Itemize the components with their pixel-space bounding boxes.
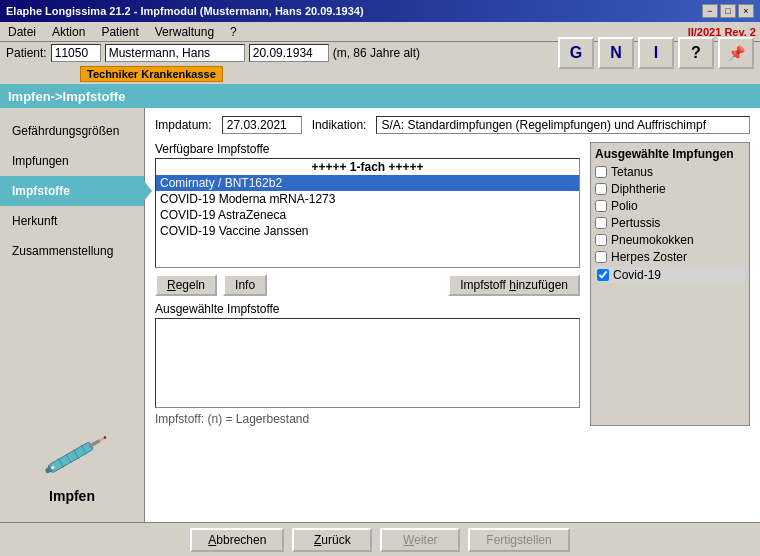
patient-bar: Patient: (m, 86 Jahre alt) G N I ? 📌: [0, 42, 760, 64]
checkbox-pneumokokken: Pneumokokken: [595, 233, 745, 247]
ausgewaehlte-impfungen-panel: Ausgewählte Impfungen Tetanus Diphtherie…: [590, 142, 750, 426]
bottom-bar: Abbrechen Zurück Weiter Fertigstellen: [0, 522, 760, 556]
impfen-label: Impfen: [49, 488, 95, 504]
sidebar-item-impfungen[interactable]: Impfungen: [0, 146, 144, 176]
covid-checkbox[interactable]: [597, 269, 609, 281]
sidebar-item-gefaehrdungsgroessen[interactable]: Gefährdungsgrößen: [0, 116, 144, 146]
regeln-button[interactable]: Regeln: [155, 274, 217, 296]
sidebar-item-zusammenstellung[interactable]: Zusammenstellung: [0, 236, 144, 266]
indikation-field[interactable]: [376, 116, 750, 134]
weiter-button[interactable]: Weiter: [380, 528, 460, 552]
sidebar-item-herkunft[interactable]: Herkunft: [0, 206, 144, 236]
checkbox-diphtherie: Diphtherie: [595, 182, 745, 196]
sidebar: Gefährdungsgrößen Impfungen Impfstoffe H…: [0, 108, 145, 522]
vaccines-section: Verfügbare Impfstoffe +++++ 1-fach +++++…: [155, 142, 750, 426]
syringe-icon: [37, 426, 107, 486]
menu-aktion[interactable]: Aktion: [48, 24, 89, 40]
verfuegbare-label: Verfügbare Impfstoffe: [155, 142, 580, 156]
section-header-label: Impfen->Impfstoffe: [8, 89, 125, 104]
patient-label: Patient:: [6, 46, 47, 60]
minimize-button[interactable]: −: [702, 4, 718, 18]
insurance-badge: Techniker Krankenkasse: [80, 66, 223, 82]
window-title: Elaphe Longissima 21.2 - Impfmodul (Must…: [6, 5, 364, 17]
maximize-button[interactable]: □: [720, 4, 736, 18]
version-label: II/2021 Rev. 2: [688, 26, 756, 38]
lager-info: Impfstoff: (n) = Lagerbestand: [155, 412, 580, 426]
section-header: Impfen->Impfstoffe: [0, 84, 760, 108]
patient-id-field[interactable]: [51, 44, 101, 62]
info-button[interactable]: Info: [223, 274, 267, 296]
menu-patient[interactable]: Patient: [97, 24, 142, 40]
impfdatum-row: Impdatum: Indikation:: [155, 116, 750, 134]
menu-datei[interactable]: Datei: [4, 24, 40, 40]
pin-button[interactable]: 📌: [718, 37, 754, 69]
patient-age: (m, 86 Jahre alt): [333, 46, 420, 60]
pertussis-checkbox[interactable]: [595, 217, 607, 229]
ausgewaehlte-impfungen-title: Ausgewählte Impfungen: [595, 147, 745, 161]
g-button[interactable]: G: [558, 37, 594, 69]
list-item-moderna[interactable]: COVID-19 Moderna mRNA-1273: [156, 191, 579, 207]
vaccine-list[interactable]: +++++ 1-fach +++++ Comirnaty / BNT162b2 …: [155, 158, 580, 268]
menu-verwaltung[interactable]: Verwaltung: [151, 24, 218, 40]
window-controls: − □ ×: [702, 4, 754, 18]
svg-line-8: [100, 438, 105, 441]
tetanus-checkbox[interactable]: [595, 166, 607, 178]
main-layout: Gefährdungsgrößen Impfungen Impfstoffe H…: [0, 108, 760, 522]
impfdatum-field[interactable]: [222, 116, 302, 134]
sidebar-item-impfstoffe[interactable]: Impfstoffe: [0, 176, 144, 206]
ausgewaehlte-label: Ausgewählte Impfstoffe: [155, 302, 580, 316]
zurueck-button[interactable]: Zurück: [292, 528, 372, 552]
checkbox-herpes: Herpes Zoster: [595, 250, 745, 264]
checkbox-pertussis: Pertussis: [595, 216, 745, 230]
title-bar: Elaphe Longissima 21.2 - Impfmodul (Must…: [0, 0, 760, 22]
patient-dob-field[interactable]: [249, 44, 329, 62]
add-vaccine-button[interactable]: Impfstoff hinzufügen: [448, 274, 580, 296]
diphtherie-checkbox[interactable]: [595, 183, 607, 195]
checkbox-polio: Polio: [595, 199, 745, 213]
i-button[interactable]: I: [638, 37, 674, 69]
pneumokokken-checkbox[interactable]: [595, 234, 607, 246]
selected-area: [155, 318, 580, 408]
menu-help[interactable]: ?: [226, 24, 241, 40]
abbrechen-button[interactable]: Abbrechen: [190, 528, 284, 552]
list-item-janssen[interactable]: COVID-19 Vaccine Janssen: [156, 223, 579, 239]
polio-checkbox[interactable]: [595, 200, 607, 212]
fertigstellen-button[interactable]: Fertigstellen: [468, 528, 569, 552]
close-button[interactable]: ×: [738, 4, 754, 18]
n-button[interactable]: N: [598, 37, 634, 69]
buttons-row: Regeln Info Impfstoff hinzufügen: [155, 274, 580, 296]
help-button[interactable]: ?: [678, 37, 714, 69]
list-item-comirnaty[interactable]: Comirnaty / BNT162b2: [156, 175, 579, 191]
menu-items: Datei Aktion Patient Verwaltung ?: [4, 24, 241, 40]
syringe-area: Impfen: [0, 416, 144, 514]
content-area: Impdatum: Indikation: Verfügbare Impfsto…: [145, 108, 760, 522]
list-item-astra[interactable]: COVID-19 AstraZeneca: [156, 207, 579, 223]
checkbox-covid: Covid-19: [595, 267, 745, 283]
impfdatum-label: Impdatum:: [155, 118, 212, 132]
herpes-checkbox[interactable]: [595, 251, 607, 263]
checkbox-tetanus: Tetanus: [595, 165, 745, 179]
vaccines-left: Verfügbare Impfstoffe +++++ 1-fach +++++…: [155, 142, 580, 426]
indikation-label: Indikation:: [312, 118, 367, 132]
list-item-separator: +++++ 1-fach +++++: [156, 159, 579, 175]
patient-name-field[interactable]: [105, 44, 245, 62]
